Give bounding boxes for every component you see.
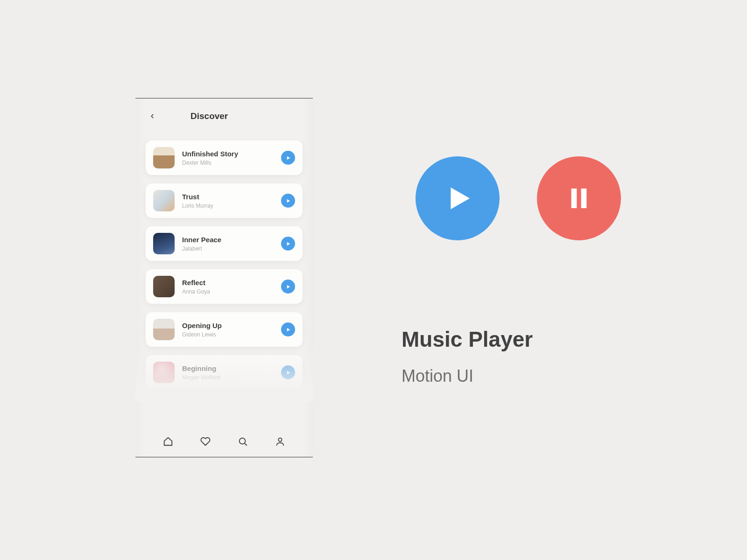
album-art [153,147,175,168]
track-artist: Anna Goya [182,288,274,295]
play-icon [286,370,291,375]
track-row[interactable]: Unfinished Story Dexter Mills [146,140,303,175]
svg-marker-9 [451,188,470,210]
track-info: Reflect Anna Goya [182,279,274,295]
track-artist: Megan Wofford [182,374,274,381]
track-row[interactable]: Opening Up Gideon Lewis [146,312,303,347]
track-artist: Gideon Lewis [182,331,274,338]
album-art [153,319,175,340]
big-pause-button[interactable] [537,156,621,240]
track-title: Inner Peace [182,236,274,244]
track-row[interactable]: Trust Loris Murray [146,183,303,218]
home-icon [163,436,173,447]
track-title: Reflect [182,279,274,287]
svg-rect-10 [571,189,577,208]
pause-icon [566,185,592,211]
track-title: Opening Up [182,322,274,329]
tab-home[interactable] [162,435,174,448]
svg-rect-11 [581,189,587,208]
play-icon [286,155,291,161]
track-row[interactable]: Inner Peace Jalabert [146,226,303,261]
track-play-button[interactable] [281,322,295,336]
tab-favorites[interactable] [199,435,211,448]
track-artist: Jalabert [182,245,274,252]
svg-marker-4 [287,328,289,331]
svg-line-7 [245,443,247,445]
track-info: Opening Up Gideon Lewis [182,322,274,338]
track-play-button[interactable] [281,365,295,379]
svg-point-8 [278,438,282,441]
bottom-tab-bar [135,429,313,457]
track-list[interactable]: Unfinished Story Dexter Mills Trust Lori… [135,126,313,429]
search-icon [238,436,248,447]
track-info: Unfinished Story Dexter Mills [182,150,274,166]
chevron-left-icon [149,113,155,119]
album-art [153,276,175,297]
track-play-button[interactable] [281,237,295,251]
album-art [153,362,175,383]
track-play-button[interactable] [281,280,295,294]
heart-icon [200,436,211,447]
track-play-button[interactable] [281,151,295,165]
user-icon [275,436,285,447]
big-play-button[interactable] [416,156,500,240]
track-title: Beginning [182,364,274,372]
play-icon [286,327,291,332]
back-button[interactable] [147,111,158,122]
play-icon [286,198,291,203]
album-art [153,190,175,211]
svg-marker-1 [287,199,289,202]
album-art [153,233,175,254]
phone-device: Discover Unfinished Story Dexter Mills T… [135,98,313,457]
play-icon [286,241,291,246]
tab-search[interactable] [237,435,249,448]
tab-profile[interactable] [274,435,286,448]
svg-marker-2 [287,242,289,245]
svg-marker-3 [287,285,289,288]
track-info: Trust Loris Murray [182,193,274,209]
track-title: Unfinished Story [182,150,274,158]
track-info: Inner Peace Jalabert [182,236,274,252]
track-play-button[interactable] [281,194,295,208]
play-icon [441,182,474,215]
play-icon [286,284,291,289]
promo-subheading: Motion UI [402,366,473,386]
svg-marker-0 [287,156,289,159]
track-title: Trust [182,193,274,201]
track-row[interactable]: Reflect Anna Goya [146,269,303,304]
track-info: Beginning Megan Wofford [182,364,274,381]
track-artist: Loris Murray [182,203,274,209]
track-row[interactable]: Beginning Megan Wofford [146,355,303,390]
track-artist: Dexter Mills [182,160,274,166]
svg-marker-5 [287,371,289,374]
promo-heading: Music Player [402,327,533,352]
phone-header: Discover [135,98,313,126]
page-title: Discover [190,111,228,121]
